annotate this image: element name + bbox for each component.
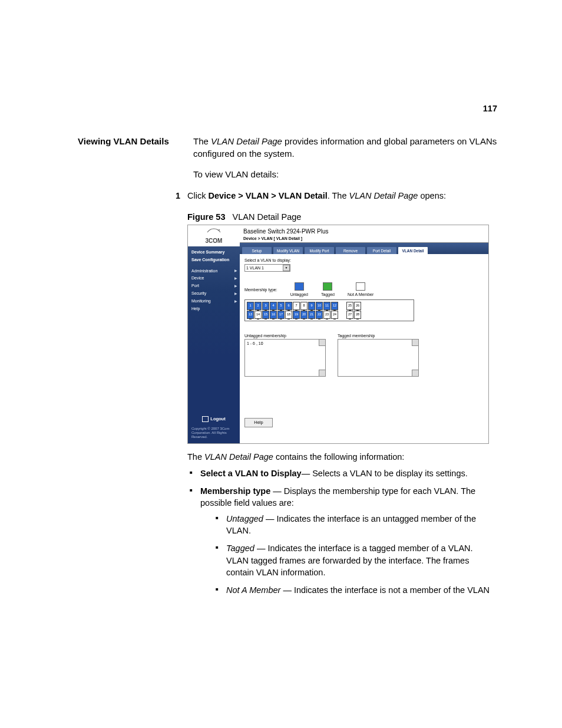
sidebar-item-label: Monitoring <box>191 298 211 304</box>
sidebar-nav: Device Summary Save Configuration Admini… <box>188 246 240 315</box>
sidebar-device-summary[interactable]: Device Summary <box>188 249 240 256</box>
port-3[interactable]: 3 <box>262 302 269 310</box>
tab-bar: Setup Modify VLAN Modify Port Remove Por… <box>240 243 488 254</box>
port-6[interactable]: 6 <box>285 302 292 310</box>
scroll-down-icon[interactable] <box>412 370 419 377</box>
untagged-membership-list[interactable]: 1 - 6 , 10 <box>244 339 326 377</box>
help-button[interactable]: Help <box>244 418 273 427</box>
logo-swoosh-icon <box>205 226 223 235</box>
step-em: VLAN Detail Page <box>349 191 418 200</box>
logout-button[interactable]: Logout <box>188 413 240 426</box>
sidebar-item-security[interactable]: Security▶ <box>188 290 240 298</box>
port-2[interactable]: 2 <box>254 302 262 310</box>
content-pane: Select a VLAN to display: 1 VLAN 1 ▼ Mem… <box>240 254 488 443</box>
chevron-right-icon: ▶ <box>234 291 237 296</box>
sub2-rest: — Indicates the interface is a tagged me… <box>226 543 473 577</box>
port-19[interactable]: 19 <box>293 311 300 319</box>
sidebar-item-label: Security <box>191 291 206 297</box>
sidebar-save-configuration[interactable]: Save Configuration <box>188 256 240 263</box>
port-18[interactable]: 18 <box>285 311 292 319</box>
membership-legend: Membership type: Untagged Tagged Not A M… <box>244 282 484 298</box>
port-22[interactable]: 22 <box>316 311 323 319</box>
svg-point-0 <box>219 229 220 230</box>
step-body: Click Device > VLAN > VLAN Detail. The V… <box>187 190 497 602</box>
tab-modify-vlan[interactable]: Modify VLAN <box>273 247 303 254</box>
swatch-untagged-icon <box>295 282 304 291</box>
port-10[interactable]: 10 <box>316 302 323 310</box>
port-26[interactable]: 26 <box>354 302 361 310</box>
port-16[interactable]: 16 <box>270 311 277 319</box>
sub-bullet-tagged: Tagged — Indicates the interface is a ta… <box>213 542 497 578</box>
chevron-right-icon: ▶ <box>234 268 237 273</box>
tagged-membership-list[interactable] <box>338 339 419 377</box>
port-13[interactable]: 13 <box>247 311 254 319</box>
scroll-up-icon[interactable] <box>319 339 326 346</box>
port-15[interactable]: 15 <box>262 311 269 319</box>
port-9[interactable]: 9 <box>308 302 315 310</box>
port-4[interactable]: 4 <box>270 302 277 310</box>
tab-port-detail[interactable]: Port Detail <box>367 247 396 254</box>
vlan-select[interactable]: 1 VLAN 1 ▼ <box>244 264 290 272</box>
port-27[interactable]: 27 <box>346 311 353 319</box>
vlan-select-value: 1 VLAN 1 <box>246 265 264 271</box>
step-bold: Device > VLAN > VLAN Detail <box>208 191 327 200</box>
port-7[interactable]: 7 <box>293 302 300 310</box>
tab-remove[interactable]: Remove <box>336 247 365 254</box>
figure-number: Figure 53 <box>187 212 225 222</box>
sidebar-item-monitoring[interactable]: Monitoring▶ <box>188 297 240 305</box>
tab-setup[interactable]: Setup <box>242 247 272 254</box>
port-23[interactable]: 23 <box>323 311 330 319</box>
figure-caption: Figure 53 VLAN Detail Page <box>187 211 497 223</box>
sidebar-item-label: Administration <box>191 268 217 274</box>
sidebar-item-device[interactable]: Device▶ <box>188 275 240 282</box>
legend-not-member: Not A Member <box>348 282 373 298</box>
select-vlan-label: Select a VLAN to display: <box>244 258 484 263</box>
sidebar-item-port[interactable]: Port▶ <box>188 282 240 290</box>
port-14[interactable]: 14 <box>254 311 262 319</box>
bullet1-bold: Select a VLAN to Display <box>200 469 302 478</box>
sidebar: 3COM Device Summary Save Configuration A… <box>188 225 240 443</box>
logout-icon <box>202 416 209 422</box>
step-text-3: opens: <box>418 191 446 200</box>
scroll-down-icon[interactable] <box>319 370 326 377</box>
port-20[interactable]: 20 <box>300 311 308 319</box>
port-28[interactable]: 28 <box>354 311 361 319</box>
scroll-up-icon[interactable] <box>412 339 419 346</box>
product-title: Baseline Switch 2924-PWR Plus <box>240 225 488 236</box>
legend-tagged: Tagged <box>321 282 335 298</box>
tab-vlan-detail[interactable]: VLAN Detail <box>398 247 428 254</box>
legend-notmember-label: Not A Member <box>348 292 373 298</box>
port-17[interactable]: 17 <box>277 311 285 319</box>
port-24[interactable]: 24 <box>331 311 338 319</box>
swatch-notmember-icon <box>356 282 365 291</box>
port-11[interactable]: 11 <box>323 302 330 310</box>
intro-em: VLAN Detail Page <box>211 136 282 146</box>
sidebar-item-label: Port <box>191 283 199 289</box>
sub2-em: Tagged <box>226 543 257 553</box>
chevron-right-icon: ▶ <box>234 284 237 288</box>
port-5[interactable]: 5 <box>277 302 285 310</box>
sidebar-item-help[interactable]: Help <box>188 305 240 312</box>
swatch-tagged-icon <box>323 282 332 291</box>
ports-panel: 123456789101112 131415161718192021222324… <box>244 299 414 321</box>
page-number: 117 <box>483 103 497 114</box>
main-pane: Baseline Switch 2924-PWR Plus Device > V… <box>240 225 488 443</box>
post-figure-paragraph: The VLAN Detail Page contains the follow… <box>187 451 497 463</box>
port-25[interactable]: 25 <box>346 302 353 310</box>
tab-modify-port[interactable]: Modify Port <box>305 247 334 254</box>
sidebar-item-administration[interactable]: Administration▶ <box>188 267 240 275</box>
intro-text-1: The <box>193 136 211 146</box>
step-text-2: . The <box>328 191 349 200</box>
untagged-membership-value: 1 - 6 , 10 <box>247 341 263 345</box>
sidebar-item-label: Help <box>191 306 200 312</box>
port-21[interactable]: 21 <box>308 311 315 319</box>
port-12[interactable]: 12 <box>331 302 338 310</box>
membership-type-label: Membership type: <box>244 287 277 293</box>
bullet-select-vlan: Select a VLAN to Display— Selects a VLAN… <box>187 467 497 479</box>
port-1[interactable]: 1 <box>247 302 254 310</box>
breadcrumb: Device > VLAN [ VLAN Detail ] <box>240 236 488 243</box>
sub3-em: Not A Member <box>226 585 283 595</box>
step-number: 1 <box>78 190 187 602</box>
port-8[interactable]: 8 <box>300 302 308 310</box>
sub-bullet-not-member: Not A Member — Indicates the interface i… <box>213 584 497 596</box>
